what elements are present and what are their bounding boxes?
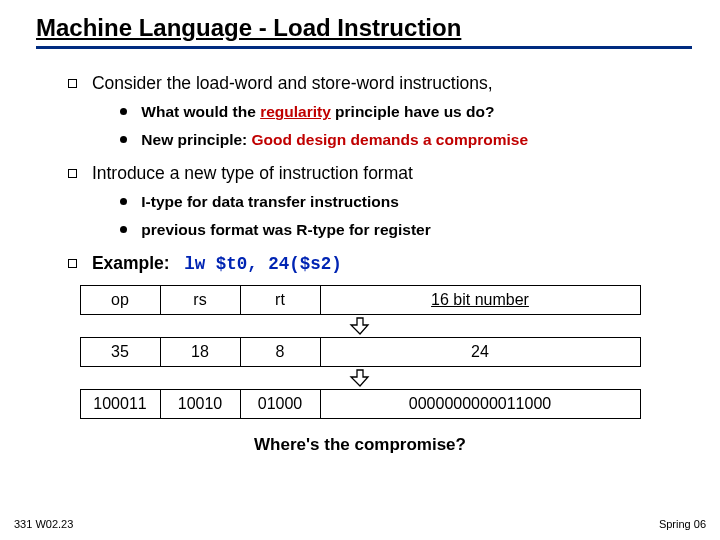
bullet-1a-red: regularity xyxy=(260,103,331,120)
square-bullet-icon xyxy=(68,259,77,268)
bullet-1-text: Consider the load-word and store-word in… xyxy=(92,73,493,93)
table-row: 35 18 8 24 xyxy=(80,338,640,367)
bullet-1: Consider the load-word and store-word in… xyxy=(68,71,692,96)
compromise-question: Where's the compromise? xyxy=(28,435,692,455)
bullet-3: Example: lw $t0, 24($s2) xyxy=(68,251,692,277)
bullet-2b-text: previous format was R-type for register xyxy=(141,221,430,238)
dot-bullet-icon xyxy=(120,136,127,143)
instruction-table-decimal: 35 18 8 24 xyxy=(80,337,641,367)
bullet-2a-text: I-type for data transfer instructions xyxy=(141,193,399,210)
bullet-1b-red: Good design demands a compromise xyxy=(252,131,528,148)
square-bullet-icon xyxy=(68,169,77,178)
arrow-down-icon xyxy=(349,317,371,335)
dec-rs: 18 xyxy=(160,338,240,367)
table-row: op rs rt 16 bit number xyxy=(80,286,640,315)
bullet-1b: New principle: Good design demands a com… xyxy=(120,128,692,151)
instruction-table-binary: 100011 10010 01000 0000000000011000 xyxy=(80,389,641,419)
bullet-2a: I-type for data transfer instructions xyxy=(120,190,692,213)
slide-title: Machine Language - Load Instruction xyxy=(36,14,692,49)
hdr-rt: rt xyxy=(240,286,320,315)
bin-op: 100011 xyxy=(80,390,160,419)
dot-bullet-icon xyxy=(120,226,127,233)
bin-rt: 01000 xyxy=(240,390,320,419)
table-row: 100011 10010 01000 0000000000011000 xyxy=(80,390,640,419)
arrow-down-icon xyxy=(349,369,371,387)
bullet-2: Introduce a new type of instruction form… xyxy=(68,161,692,186)
hdr-rs: rs xyxy=(160,286,240,315)
instruction-table-header: op rs rt 16 bit number xyxy=(80,285,641,315)
example-code: lw $t0, 24($s2) xyxy=(184,254,342,274)
hdr-num: 16 bit number xyxy=(320,286,640,315)
bullet-1a-pre: What would the xyxy=(141,103,260,120)
hdr-op: op xyxy=(80,286,160,315)
bullet-1a-post: principle have us do? xyxy=(331,103,495,120)
footer-left: 331 W02.23 xyxy=(14,518,73,530)
bullet-2-text: Introduce a new type of instruction form… xyxy=(92,163,413,183)
bin-num: 0000000000011000 xyxy=(320,390,640,419)
dec-rt: 8 xyxy=(240,338,320,367)
bullet-2b: previous format was R-type for register xyxy=(120,218,692,241)
bin-rs: 10010 xyxy=(160,390,240,419)
bullet-1b-pre: New principle: xyxy=(141,131,251,148)
example-label: Example: xyxy=(92,253,170,273)
dec-num: 24 xyxy=(320,338,640,367)
dec-op: 35 xyxy=(80,338,160,367)
bullet-1a: What would the regularity principle have… xyxy=(120,100,692,123)
footer-right: Spring 06 xyxy=(659,518,706,530)
square-bullet-icon xyxy=(68,79,77,88)
dot-bullet-icon xyxy=(120,108,127,115)
dot-bullet-icon xyxy=(120,198,127,205)
